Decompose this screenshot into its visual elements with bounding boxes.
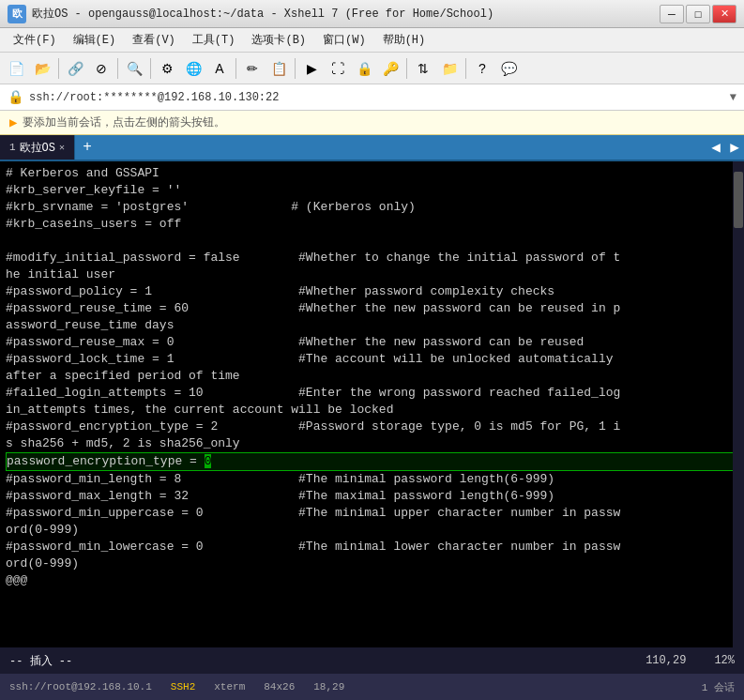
terminal-line-12: #password_lock_time = 1 #The account wil… <box>6 351 738 368</box>
toolbar: 📄 📂 🔗 ⊘ 🔍 ⚙ 🌐 A ✏ 📋 ▶ ⛶ 🔒 🔑 ⇅ 📁 ? 💬 <box>0 53 744 84</box>
bottom-pos: 18,29 <box>313 681 344 692</box>
cursor: 0 <box>205 454 212 468</box>
vim-mode: -- 插入 -- <box>9 653 72 669</box>
address-text: ssh://root:********@192.168.10.130:22 <box>29 91 279 104</box>
scrollbar-thumb[interactable] <box>734 172 743 228</box>
terminal-line-11: #password_reuse_max = 0 #Whether the new… <box>6 334 738 351</box>
info-text: 要添加当前会话，点击左侧的箭头按钮。 <box>23 114 225 130</box>
terminal-line-3: #krb_srvname = 'postgres' # (Kerberos on… <box>6 199 738 216</box>
scrollbar[interactable] <box>733 161 744 647</box>
bottom-sessions: 1 会话 <box>702 680 735 694</box>
terminal-line-20: #password_max_length = 32 #The maximal p… <box>6 488 738 505</box>
tab-next-button[interactable]: ▶ <box>725 138 744 157</box>
terminal-line-9: #password_reuse_time = 60 #Whether the n… <box>6 300 738 317</box>
address-bar: 🔒 ssh://root:********@192.168.10.130:22 … <box>0 84 744 111</box>
expand-button[interactable]: ⛶ <box>326 56 350 81</box>
terminal-line-17: s sha256 + md5, 2 is sha256_only <box>6 435 738 452</box>
terminal-line-22: ord(0-999) <box>6 522 738 539</box>
terminal-line-23: #password_min_lowercase = 0 #The minimal… <box>6 539 738 555</box>
sftp-button[interactable]: 📁 <box>437 56 462 81</box>
terminal-line-10: assword_reuse_time days <box>6 317 738 334</box>
menu-help[interactable]: 帮助(H) <box>375 30 433 50</box>
toolbar-sep-4 <box>235 58 236 79</box>
terminal-line-15: in_attempts times, the current account w… <box>6 402 738 418</box>
toolbar-sep-1 <box>58 58 59 79</box>
terminal-line-1: # Kerberos and GSSAPI <box>6 165 738 182</box>
toolbar-sep-2 <box>117 58 118 79</box>
terminal-line-16: #password_encryption_type = 2 #Password … <box>6 418 738 435</box>
window-controls: ─ □ ✕ <box>660 5 736 23</box>
globe-button[interactable]: 🌐 <box>181 56 205 81</box>
menu-view[interactable]: 查看(V) <box>125 30 183 50</box>
terminal-line-8: #password_policy = 1 #Whether password c… <box>6 283 738 300</box>
terminal[interactable]: # Kerberos and GSSAPI #krb_server_keyfil… <box>0 161 744 647</box>
tab-nav: ◀ ▶ <box>706 135 744 160</box>
vim-status-bar: -- 插入 -- 110,29 12% <box>0 647 744 674</box>
title-bar: 欧 欧拉OS - opengauss@localhost:~/data - Xs… <box>0 0 744 28</box>
help-button[interactable]: ? <box>470 56 494 81</box>
maximize-button[interactable]: □ <box>686 5 710 23</box>
compose-button[interactable]: ✏ <box>240 56 265 81</box>
config-button[interactable]: ⚙ <box>155 56 179 81</box>
new-file-button[interactable]: 📄 <box>4 56 28 81</box>
menu-bar: 文件(F) 编辑(E) 查看(V) 工具(T) 选项卡(B) 窗口(W) 帮助(… <box>0 28 744 53</box>
toolbar-sep-7 <box>465 58 466 79</box>
transfer-button[interactable]: ⇅ <box>411 56 435 81</box>
window-title: 欧拉OS - opengauss@localhost:~/data - Xshe… <box>32 6 660 22</box>
terminal-line-5 <box>6 233 738 250</box>
terminal-line-6: #modify_initial_password = false #Whethe… <box>6 250 738 266</box>
minimize-button[interactable]: ─ <box>660 5 684 23</box>
menu-tools[interactable]: 工具(T) <box>185 30 243 50</box>
close-button[interactable]: ✕ <box>712 5 736 23</box>
tab-close-icon[interactable]: ✕ <box>59 142 65 153</box>
tab-bar: 1 欧拉OS ✕ + ◀ ▶ <box>0 135 744 161</box>
status-position: 110,29 <box>645 654 686 667</box>
terminal-wrapper: # Kerberos and GSSAPI #krb_server_keyfil… <box>0 161 744 700</box>
address-icon: 🔒 <box>8 89 23 105</box>
open-button[interactable]: 📂 <box>30 56 54 81</box>
terminal-line-21: #password_min_uppercase = 0 #The minimal… <box>6 505 738 522</box>
terminal-button[interactable]: ▶ <box>299 56 324 81</box>
tab-add-button[interactable]: + <box>75 135 99 160</box>
paste-button[interactable]: 📋 <box>266 56 291 81</box>
terminal-active-line[interactable]: password_encryption_type = 0 <box>6 452 738 471</box>
lock-button[interactable]: 🔒 <box>352 56 376 81</box>
tab-number: 1 <box>9 142 16 153</box>
terminal-line-25: @@@ <box>6 572 738 589</box>
toolbar-sep-5 <box>295 58 296 79</box>
menu-file[interactable]: 文件(F) <box>6 30 64 50</box>
font-button[interactable]: A <box>207 56 232 81</box>
terminal-line-4: #krb_caseins_users = off <box>6 216 738 233</box>
tab-prev-button[interactable]: ◀ <box>706 138 725 157</box>
bottom-size: 84x26 <box>264 681 295 692</box>
terminal-line-7: he initial user <box>6 266 738 283</box>
bottom-bar: ssh://root@192.168.10.1 SSH2 xterm 84x26… <box>0 674 744 700</box>
bottom-ssh: ssh://root@192.168.10.1 <box>9 681 152 692</box>
menu-window[interactable]: 窗口(W) <box>315 30 373 50</box>
extra-button[interactable]: 💬 <box>496 56 521 81</box>
tab-eula[interactable]: 1 欧拉OS ✕ <box>0 135 75 160</box>
bottom-encoding: xterm <box>214 681 245 692</box>
toolbar-sep-6 <box>406 58 407 79</box>
tab-label: 欧拉OS <box>20 140 55 156</box>
menu-tabs[interactable]: 选项卡(B) <box>244 30 313 50</box>
disconnect-button[interactable]: ⊘ <box>89 56 114 81</box>
bottom-protocol: SSH2 <box>171 681 195 692</box>
terminal-line-2: #krb_server_keyfile = '' <box>6 182 738 199</box>
terminal-line-13: after a specified period of time <box>6 368 738 385</box>
menu-edit[interactable]: 编辑(E) <box>66 30 124 50</box>
app-icon: 欧 <box>8 5 26 23</box>
search-button[interactable]: 🔍 <box>122 56 146 81</box>
status-percent: 12% <box>714 654 735 667</box>
info-icon: ▶ <box>9 114 17 130</box>
terminal-line-24: ord(0-999) <box>6 555 738 572</box>
terminal-line-14: #failed_login_attempts = 10 #Enter the w… <box>6 385 738 402</box>
address-arrow[interactable]: ▼ <box>730 91 736 104</box>
info-bar: ▶ 要添加当前会话，点击左侧的箭头按钮。 <box>0 111 744 135</box>
toolbar-sep-3 <box>150 58 151 79</box>
session-button[interactable]: 🔗 <box>63 56 87 81</box>
terminal-line-19: #password_min_length = 8 #The minimal pa… <box>6 471 738 488</box>
key-button[interactable]: 🔑 <box>378 56 402 81</box>
